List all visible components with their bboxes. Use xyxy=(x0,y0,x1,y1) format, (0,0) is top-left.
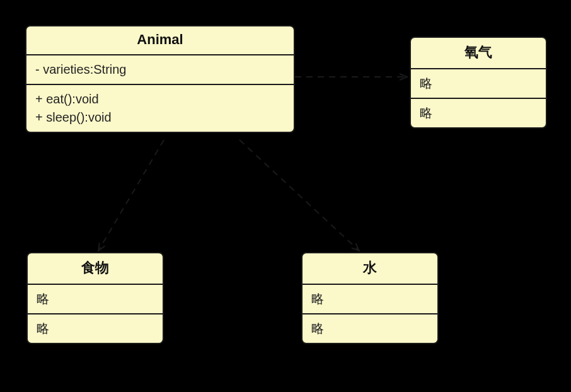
class-attributes: 略 xyxy=(303,285,437,314)
class-attributes: - varieties:String xyxy=(26,55,294,85)
class-box-water: 水 略 略 xyxy=(301,252,439,344)
class-title: Animal xyxy=(26,26,294,55)
dependency-arrow-animal-food xyxy=(98,140,164,251)
class-title: 食物 xyxy=(28,253,163,285)
class-title: 水 xyxy=(303,253,437,285)
class-attributes: 略 xyxy=(411,69,546,99)
class-title: 氧气 xyxy=(411,38,546,69)
uml-diagram-canvas: Animal - varieties:String + eat():void +… xyxy=(0,0,571,392)
class-methods: + eat():void + sleep():void xyxy=(26,85,294,132)
class-box-food: 食物 略 略 xyxy=(26,252,164,344)
class-attributes: 略 xyxy=(28,285,163,314)
class-methods: 略 xyxy=(411,99,546,127)
dependency-arrow-animal-water xyxy=(239,140,359,251)
class-methods: 略 xyxy=(28,314,163,343)
class-box-animal: Animal - varieties:String + eat():void +… xyxy=(25,25,295,133)
class-box-oxygen: 氧气 略 略 xyxy=(410,37,547,129)
class-methods: 略 xyxy=(303,314,437,343)
